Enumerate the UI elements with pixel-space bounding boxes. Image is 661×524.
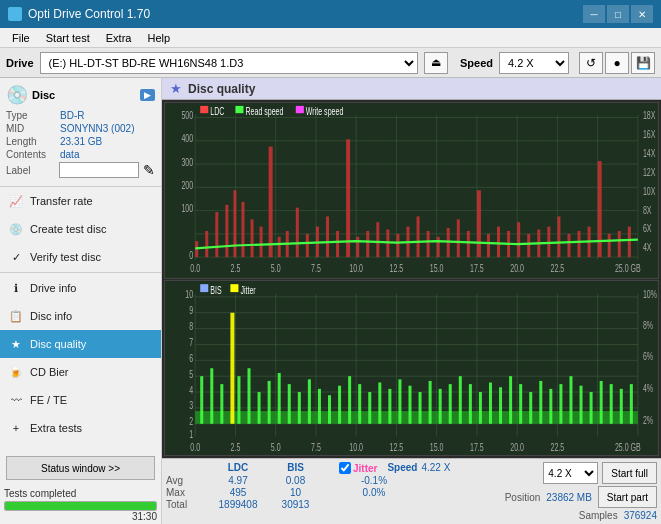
create-test-disc-label: Create test disc	[30, 223, 106, 235]
start-part-button[interactable]: Start part	[598, 486, 657, 508]
close-button[interactable]: ✕	[631, 5, 653, 23]
svg-rect-155	[559, 384, 562, 424]
window-controls[interactable]: ─ □ ✕	[583, 5, 653, 23]
menu-start-test[interactable]: Start test	[38, 30, 98, 46]
bis-chart-svg: 10 9 8 7 6 5 4 3 2 1 10% 8% 6% 4% 2%	[165, 281, 658, 456]
sidebar-item-transfer-rate[interactable]: 📈 Transfer rate	[0, 187, 161, 215]
sidebar-item-disc-quality[interactable]: ★ Disc quality	[0, 330, 161, 358]
max-ldc: 495	[208, 487, 268, 498]
label-edit-icon[interactable]: ✎	[143, 162, 155, 178]
svg-text:10: 10	[185, 288, 193, 300]
svg-rect-132	[328, 395, 331, 424]
svg-rect-137	[378, 382, 381, 423]
disc-section-label: Disc	[32, 89, 55, 101]
contents-value: data	[60, 149, 79, 160]
disc-length-row: Length 23.31 GB	[6, 136, 155, 147]
menu-file[interactable]: File	[4, 30, 38, 46]
svg-text:12.5: 12.5	[390, 262, 404, 274]
position-label: Position	[505, 492, 541, 503]
quality-header-icon: ★	[170, 81, 182, 96]
svg-rect-152	[529, 392, 532, 424]
drive-info-icon: ℹ	[8, 280, 24, 296]
svg-rect-49	[477, 190, 481, 257]
speed-dropdown[interactable]: 4.2 X	[543, 462, 598, 484]
menu-help[interactable]: Help	[139, 30, 178, 46]
svg-rect-136	[368, 392, 371, 424]
save-button[interactable]: 💾	[631, 52, 655, 74]
svg-text:15.0: 15.0	[430, 441, 444, 453]
sidebar-item-verify-test-disc[interactable]: ✓ Verify test disc	[0, 243, 161, 271]
stats-table: LDC BIS Jitter Speed 4.22 X Avg	[166, 462, 501, 510]
sidebar-item-disc-info[interactable]: 📋 Disc info	[0, 302, 161, 330]
jitter-label: Jitter	[353, 463, 377, 474]
svg-text:2.5: 2.5	[231, 262, 241, 274]
svg-text:20.0: 20.0	[510, 262, 524, 274]
sidebar-item-create-test-disc[interactable]: 💿 Create test disc	[0, 215, 161, 243]
svg-rect-39	[376, 222, 379, 257]
svg-rect-44	[427, 231, 430, 257]
svg-text:3: 3	[189, 399, 193, 411]
minimize-button[interactable]: ─	[583, 5, 605, 23]
svg-rect-32	[306, 234, 309, 257]
svg-rect-29	[278, 237, 281, 257]
drive-bar: Drive (E:) HL-DT-ST BD-RE WH16NS48 1.D3 …	[0, 48, 661, 78]
label-input[interactable]	[59, 162, 139, 178]
svg-rect-139	[398, 379, 401, 423]
jitter-checkbox[interactable]	[339, 462, 351, 474]
mid-value: SONYNN3 (002)	[60, 123, 134, 134]
fe-te-icon: 〰	[8, 392, 24, 408]
svg-rect-47	[457, 219, 460, 257]
svg-text:10.0: 10.0	[349, 441, 363, 453]
menu-extra[interactable]: Extra	[98, 30, 140, 46]
verify-test-disc-icon: ✓	[8, 249, 24, 265]
svg-text:4: 4	[189, 384, 193, 396]
status-bar: Tests completed 31:30	[4, 488, 157, 522]
max-bis: 10	[268, 487, 323, 498]
svg-rect-28	[269, 147, 273, 258]
svg-text:4%: 4%	[643, 382, 653, 394]
contents-label: Contents	[6, 149, 58, 160]
svg-text:12X: 12X	[643, 166, 656, 178]
svg-text:6X: 6X	[643, 223, 652, 235]
svg-rect-159	[600, 380, 603, 423]
svg-text:17.5: 17.5	[470, 441, 484, 453]
maximize-button[interactable]: □	[607, 5, 629, 23]
svg-text:Write speed: Write speed	[306, 105, 344, 117]
sidebar-item-cd-bier[interactable]: 🍺 CD Bier	[0, 358, 161, 386]
svg-text:9: 9	[189, 304, 193, 316]
svg-text:1: 1	[189, 428, 193, 440]
progress-bar-fill	[5, 502, 156, 510]
app-icon	[8, 7, 22, 21]
refresh-button[interactable]: ↺	[579, 52, 603, 74]
svg-rect-90	[200, 106, 208, 113]
svg-text:10.0: 10.0	[349, 262, 363, 274]
ldc-chart: 500 400 300 200 100 0 18X 16X 14X 12X 10…	[164, 102, 659, 279]
svg-text:200: 200	[181, 179, 193, 191]
status-window-button[interactable]: Status window >>	[6, 456, 155, 480]
max-jitter: 0.0%	[339, 487, 409, 498]
extra-tests-icon: +	[8, 420, 24, 436]
svg-rect-145	[459, 376, 462, 424]
speed-select[interactable]: 4.2 X	[499, 52, 569, 74]
svg-text:8: 8	[189, 320, 193, 332]
sidebar-item-drive-info[interactable]: ℹ Drive info	[0, 274, 161, 302]
jitter-header: Jitter	[339, 462, 377, 474]
svg-rect-121	[220, 384, 223, 424]
sidebar-spacer	[0, 442, 161, 450]
record-button[interactable]: ●	[605, 52, 629, 74]
svg-rect-141	[419, 392, 422, 424]
start-full-button[interactable]: Start full	[602, 462, 657, 484]
sidebar-item-fe-te[interactable]: 〰 FE / TE	[0, 386, 161, 414]
samples-label: Samples	[579, 510, 618, 521]
svg-rect-160	[610, 384, 613, 424]
sidebar-item-extra-tests[interactable]: + Extra tests	[0, 414, 161, 442]
total-label: Total	[166, 499, 208, 510]
svg-rect-35	[336, 231, 339, 257]
extra-tests-label: Extra tests	[30, 422, 82, 434]
svg-rect-57	[557, 216, 560, 257]
create-test-disc-icon: 💿	[8, 221, 24, 237]
drive-select[interactable]: (E:) HL-DT-ST BD-RE WH16NS48 1.D3	[40, 52, 418, 74]
svg-text:25.0 GB: 25.0 GB	[615, 262, 641, 274]
svg-rect-140	[408, 385, 411, 423]
eject-button[interactable]: ⏏	[424, 52, 448, 74]
